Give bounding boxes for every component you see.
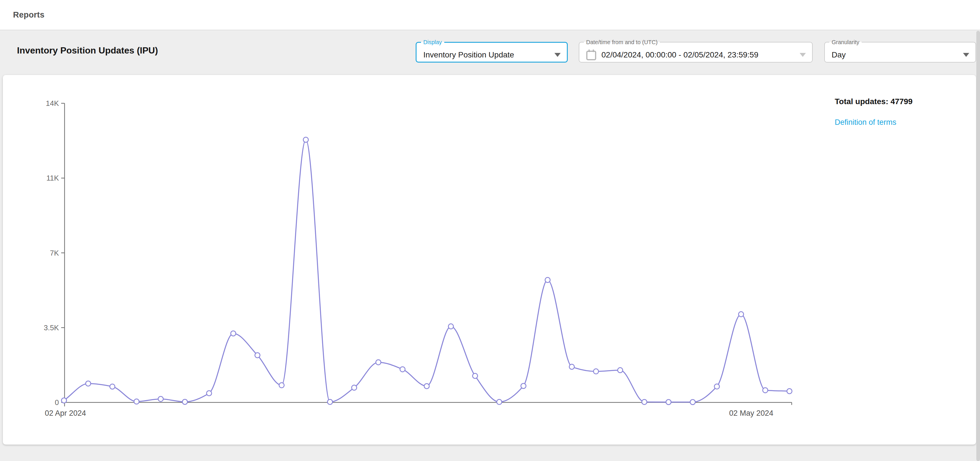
chevron-down-icon — [963, 53, 969, 57]
data-point-marker — [545, 277, 550, 283]
total-updates-value: 47799 — [891, 97, 913, 106]
data-point-marker — [231, 331, 236, 336]
y-tick-label: 0 — [55, 398, 59, 407]
data-point-marker — [714, 384, 719, 389]
data-point-marker — [569, 364, 574, 369]
data-point-marker — [303, 137, 309, 142]
granularity-select-value: Day — [832, 50, 958, 59]
data-point-marker — [255, 353, 260, 358]
series-line — [64, 140, 789, 402]
data-point-marker — [182, 399, 188, 404]
data-point-marker — [424, 383, 429, 389]
datetime-range-value: 02/04/2024, 00:00:00 - 02/05/2024, 23:59… — [601, 50, 794, 59]
y-tick-label: 7K — [50, 249, 59, 257]
display-select-label: Display — [421, 39, 444, 45]
total-updates: Total updates: 47799 — [835, 97, 965, 106]
data-point-marker — [473, 373, 478, 378]
y-tick-label: 11K — [46, 174, 59, 182]
data-point-marker — [690, 400, 695, 405]
data-point-marker — [62, 398, 67, 403]
y-tick-label: 3.5K — [44, 323, 59, 332]
data-point-marker — [448, 324, 453, 329]
data-point-marker — [110, 384, 115, 389]
data-point-marker — [666, 400, 671, 405]
chart-card: 03.5K7K11K14K02 Apr 202402 May 2024 Tota… — [3, 75, 976, 445]
data-point-marker — [521, 383, 526, 389]
data-point-marker — [86, 381, 91, 386]
data-point-marker — [787, 389, 792, 394]
data-point-marker — [158, 396, 163, 402]
ipu-line-chart: 03.5K7K11K14K02 Apr 202402 May 2024 — [3, 75, 976, 445]
chevron-down-icon — [554, 53, 561, 57]
data-point-marker — [352, 385, 357, 390]
chevron-down-icon — [800, 53, 806, 57]
granularity-select-label: Granularity — [829, 39, 862, 45]
data-point-marker — [738, 312, 744, 317]
total-updates-label: Total updates: — [835, 97, 888, 106]
top-bar: Reports — [0, 0, 980, 30]
display-select-value: Inventory Position Update — [423, 50, 549, 59]
calendar-icon — [586, 49, 596, 60]
data-point-marker — [763, 388, 768, 393]
data-point-marker — [134, 399, 139, 404]
data-point-marker — [593, 369, 598, 374]
vertical-scrollbar-thumb[interactable] — [976, 31, 980, 461]
x-tick-label: 02 Apr 2024 — [45, 409, 86, 417]
y-tick-label: 14K — [46, 99, 59, 108]
datetime-range-picker[interactable]: Date/time from and to (UTC) 02/04/2024, … — [579, 39, 813, 62]
granularity-select[interactable]: Granularity Day — [824, 39, 976, 62]
definition-of-terms-link[interactable]: Definition of terms — [835, 118, 896, 127]
data-point-marker — [376, 360, 381, 365]
data-point-marker — [279, 383, 284, 388]
vertical-scrollbar-track — [976, 31, 980, 461]
display-select[interactable]: Display Inventory Position Update — [416, 39, 568, 62]
data-point-marker — [642, 399, 647, 404]
data-point-marker — [207, 391, 212, 396]
data-point-marker — [327, 399, 332, 404]
data-point-marker — [400, 367, 405, 372]
data-point-marker — [617, 367, 623, 373]
x-tick-label: 02 May 2024 — [729, 409, 773, 417]
report-title: Inventory Position Updates (IPU) — [17, 45, 158, 56]
data-point-marker — [496, 399, 502, 404]
page-title: Reports — [13, 10, 45, 19]
datetime-range-label: Date/time from and to (UTC) — [584, 39, 660, 45]
